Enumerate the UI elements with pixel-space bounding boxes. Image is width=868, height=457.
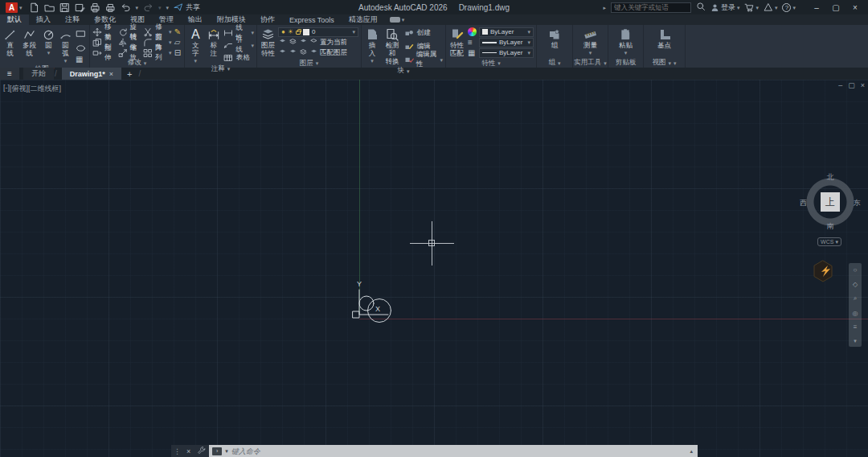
- new-drawing-icon[interactable]: [29, 2, 39, 13]
- search-input[interactable]: [614, 3, 688, 11]
- navigation-bar[interactable]: ○ ◇ ⌕ ◎ ≡ ▾: [849, 263, 862, 347]
- app-menu-button[interactable]: A: [6, 2, 18, 13]
- line-button[interactable]: 直线: [2, 27, 18, 64]
- viewcube-east[interactable]: 东: [854, 198, 861, 208]
- autodesk-access-caret-icon[interactable]: ▾: [775, 5, 778, 10]
- create-block-button[interactable]: 创建: [404, 28, 443, 39]
- new-tab-button[interactable]: +: [121, 68, 137, 80]
- detect-convert-button[interactable]: 检测和 转换: [382, 27, 403, 66]
- save-icon[interactable]: [59, 2, 70, 13]
- layer-dropdown[interactable]: ● ☀ 0 ▾: [278, 27, 358, 37]
- collapse-search-icon[interactable]: ▸: [603, 5, 606, 10]
- nav-showmotion-icon[interactable]: ≡: [854, 323, 858, 331]
- drawing-close-icon[interactable]: ×: [861, 81, 865, 89]
- ellipse-icon[interactable]: [76, 41, 86, 56]
- viewport-visual-style-control[interactable]: [二维线框]: [28, 84, 61, 94]
- maximize-button[interactable]: ▢: [826, 3, 845, 12]
- nav-pan-icon[interactable]: ◇: [853, 281, 858, 288]
- erase-icon[interactable]: ⊟: [174, 49, 181, 57]
- undo-caret-icon[interactable]: ▾: [136, 5, 139, 10]
- app-store-button[interactable]: ▾: [744, 2, 759, 12]
- color-wheel-icon[interactable]: [468, 27, 477, 36]
- drawing-minimize-icon[interactable]: –: [838, 81, 842, 89]
- viewcube-south[interactable]: 南: [800, 221, 861, 232]
- insert-block-button[interactable]: 插入 ▾: [364, 27, 380, 66]
- close-tab-icon[interactable]: ×: [109, 70, 113, 78]
- wcs-button[interactable]: WCS ▾: [817, 237, 841, 246]
- command-recent-caret-icon[interactable]: ▾: [225, 448, 228, 454]
- arc-button[interactable]: 圆弧 ▾: [58, 27, 73, 64]
- file-tab-start[interactable]: 开始: [23, 68, 54, 80]
- ribbon-tab-express-tools[interactable]: Express Tools: [282, 14, 342, 25]
- search-icon[interactable]: [696, 2, 706, 13]
- ai-assistant-badge[interactable]: [813, 260, 833, 286]
- close-button[interactable]: ×: [845, 3, 865, 12]
- viewport-view-control[interactable]: [俯视]: [10, 84, 28, 94]
- panel-label-annotation[interactable]: 注释▾: [185, 64, 256, 74]
- explode-icon[interactable]: ▱: [174, 39, 181, 47]
- array-button[interactable]: 阵列▾: [143, 47, 171, 58]
- nav-more-icon[interactable]: ▾: [854, 338, 857, 344]
- drawing-restore-icon[interactable]: ▢: [848, 81, 855, 89]
- circle-button[interactable]: 圆 ▾: [41, 27, 56, 64]
- table-button[interactable]: 表格: [223, 52, 254, 63]
- dimension-button[interactable]: 标注: [205, 27, 221, 64]
- match-layer-button[interactable]: 匹配图层: [278, 48, 358, 58]
- layer-tool-icon-4[interactable]: [309, 38, 318, 47]
- leader-button[interactable]: 引线▾: [223, 40, 254, 51]
- ribbon-tab-annotate[interactable]: 注释: [58, 14, 87, 25]
- base-view-button[interactable]: 基点: [656, 27, 673, 58]
- panel-label-block[interactable]: 块▾: [362, 66, 445, 76]
- viewcube-top-face[interactable]: 上: [821, 192, 840, 212]
- rectangle-icon[interactable]: [76, 27, 86, 41]
- erase-pencil-icon[interactable]: ✎: [174, 28, 181, 36]
- autodesk-access-button[interactable]: ▾: [764, 2, 778, 12]
- panel-label-group[interactable]: 组▾: [537, 58, 572, 68]
- viewcube[interactable]: 上 北 南 西 东: [800, 171, 861, 233]
- save-as-icon[interactable]: [75, 2, 85, 13]
- text-button[interactable]: A 文字 ▾: [187, 27, 203, 64]
- nav-zoom-icon[interactable]: ⌕: [854, 294, 857, 303]
- drawing-canvas[interactable]: [-] [俯视] [二维线框] – ▢ × 上 北 南 西 东 WCS ▾: [0, 80, 868, 457]
- edit-attributes-button[interactable]: 编辑属性▾: [404, 55, 443, 65]
- nav-wheel-icon[interactable]: ○: [854, 266, 858, 274]
- scale-button[interactable]: 缩放: [118, 47, 142, 58]
- app-store-caret-icon[interactable]: ▾: [755, 5, 759, 10]
- ribbon-tab-output[interactable]: 输出: [181, 14, 210, 25]
- help-caret-icon[interactable]: ▾: [792, 5, 796, 10]
- object-color-dropdown[interactable]: ByLayer ▾: [479, 27, 534, 37]
- group-button[interactable]: 组: [547, 27, 563, 58]
- command-prompt-icon[interactable]: ›: [212, 447, 222, 455]
- batch-plot-icon[interactable]: [105, 2, 116, 13]
- stretch-button[interactable]: 拉伸: [92, 47, 117, 58]
- layer-tool-icon-2[interactable]: [289, 38, 297, 47]
- panel-label-properties[interactable]: 特性▾: [446, 59, 536, 68]
- layer-tool-icon-3[interactable]: [299, 38, 308, 47]
- ribbon-tab-home[interactable]: 默认: [0, 14, 29, 25]
- file-tab-drawing1[interactable]: Drawing1* ×: [62, 68, 121, 80]
- panel-label-layers[interactable]: 图层▾: [257, 59, 361, 68]
- linetype-dropdown[interactable]: ByLayer ▾: [479, 48, 534, 58]
- sign-in-caret-icon[interactable]: ▾: [737, 5, 740, 10]
- panel-label-utilities[interactable]: 实用工具▾: [573, 58, 608, 68]
- layer-tool-icon-5[interactable]: [278, 48, 287, 57]
- nav-orbit-icon[interactable]: ◎: [853, 310, 858, 317]
- command-grip-icon[interactable]: ⋮: [171, 447, 183, 455]
- lineweight-list-icon[interactable]: ≡: [468, 39, 477, 47]
- app-menu-caret-icon[interactable]: ▾: [19, 5, 23, 10]
- layer-tool-icon-6[interactable]: [289, 48, 297, 57]
- layer-tool-icon-1[interactable]: [278, 38, 287, 47]
- viewport-minimize-control[interactable]: [-]: [3, 84, 10, 94]
- layer-properties-button[interactable]: 图层 特性: [260, 27, 276, 59]
- open-icon[interactable]: [44, 2, 55, 13]
- file-tabs-menu-button[interactable]: ≡: [0, 68, 19, 80]
- paste-button[interactable]: 粘贴 ▾: [617, 27, 634, 58]
- redo-caret-icon[interactable]: ▾: [158, 5, 162, 10]
- panel-label-view[interactable]: 视图▾▾: [644, 58, 685, 68]
- sign-in-button[interactable]: 登录 ▾: [710, 2, 740, 13]
- layer-tool-icon-8[interactable]: [309, 48, 318, 57]
- command-input-field[interactable]: › ▾ ▴: [209, 445, 698, 457]
- layer-tool-icon-7[interactable]: [299, 48, 308, 57]
- lineweight-dropdown[interactable]: ByLayer ▾: [479, 38, 534, 47]
- command-input[interactable]: [231, 447, 686, 455]
